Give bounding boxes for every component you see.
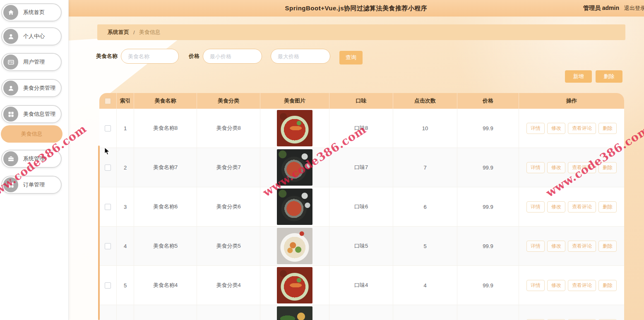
view-comments-button[interactable]: 查看评论 [568, 201, 596, 213]
cell-index: 2 [117, 148, 134, 187]
cell-clicks [393, 305, 457, 320]
select-all-checkbox[interactable] [105, 98, 111, 104]
row-checkbox[interactable] [105, 243, 111, 249]
cell-taste: 口味8 [329, 109, 393, 148]
food-image[interactable] [277, 110, 312, 146]
sidebar-item-food-info-mgmt[interactable]: 美食信息管理 [1, 105, 62, 123]
breadcrumb-separator: / [133, 29, 135, 36]
cell-taste: 口味5 [329, 227, 393, 265]
table-row: 4 美食名称5 美食分类5 口味5 5 99.9 详情 修改 查看评论 删除 [99, 227, 624, 266]
view-comments-button[interactable]: 查看评论 [568, 241, 596, 252]
query-button[interactable]: 查询 [339, 51, 363, 64]
detail-button[interactable]: 详情 [526, 280, 545, 291]
cell-category: 美食分类6 [197, 187, 260, 226]
food-image[interactable] [277, 189, 312, 225]
cell-clicks: 7 [393, 148, 457, 187]
add-button[interactable]: 新增 [565, 70, 592, 83]
content-scrollbar[interactable] [98, 146, 100, 320]
breadcrumb-current: 美食信息 [139, 29, 161, 36]
topbar-user-area: 管理员 admin 退出登录 [583, 0, 644, 17]
detail-button[interactable]: 详情 [526, 162, 545, 173]
bulk-delete-button[interactable]: 删除 [596, 70, 622, 83]
detail-button[interactable]: 详情 [526, 123, 545, 134]
col-header-actions: 操作 [519, 93, 624, 109]
delete-button[interactable]: 删除 [598, 280, 617, 291]
edit-button[interactable]: 修改 [547, 280, 565, 291]
cell-price: 99.9 [457, 266, 519, 305]
sidebar-item-label: 美食分类管理 [23, 84, 55, 92]
min-price-input[interactable] [203, 49, 262, 64]
cell-price: 99.9 [457, 148, 519, 187]
home-icon [3, 5, 18, 20]
price-label: 价格 [189, 53, 199, 60]
table-row: 5 美食名称4 美食分类4 口味4 4 99.9 详情 修改 查看评论 删除 [99, 266, 624, 305]
sidebar-item-food-info-active[interactable]: 美食信息 [1, 125, 62, 143]
food-table: 索引 美食名称 美食分类 美食图片 口味 点击次数 价格 操作 1 美食名称8 … [99, 93, 624, 320]
logout-link[interactable]: 退出登录 [624, 5, 644, 12]
table-row: 3 美食名称6 美食分类6 口味6 6 99.9 详情 修改 查看评论 删除 [99, 187, 624, 227]
cell-taste: 口味6 [329, 187, 393, 226]
cell-taste: 口味7 [329, 148, 393, 187]
sidebar-item-profile[interactable]: 个人中心 [1, 27, 62, 45]
view-comments-button[interactable]: 查看评论 [568, 123, 596, 134]
food-image[interactable] [277, 228, 312, 264]
edit-button[interactable]: 修改 [547, 162, 565, 173]
sidebar-item-label: 用户管理 [23, 58, 45, 66]
row-checkbox[interactable] [105, 165, 111, 171]
cell-name: 美食名称6 [134, 187, 197, 226]
table-row: 1 美食名称8 美食分类8 口味8 10 99.9 详情 修改 查看评论 删除 [99, 109, 624, 148]
delete-button[interactable]: 删除 [598, 162, 617, 173]
col-header-index: 索引 [117, 93, 134, 109]
detail-button[interactable]: 详情 [526, 241, 545, 252]
cell-clicks: 6 [393, 187, 457, 226]
sidebar: 系统首页 个人中心 用户管理 美食分类管理 美食信息管理 美食信息 系统管理 [0, 0, 69, 320]
cell-name: 美食名称7 [134, 148, 197, 187]
col-header-taste: 口味 [329, 93, 393, 109]
col-header-category: 美食分类 [197, 93, 260, 109]
cell-name: 美食名称4 [134, 266, 197, 305]
sidebar-item-orders[interactable]: 订单管理 [1, 176, 62, 194]
delete-button[interactable]: 删除 [598, 123, 617, 134]
cell-category: 美食分类7 [197, 148, 260, 187]
table-row: 2 美食名称7 美食分类7 口味7 7 99.9 详情 修改 查看评论 删除 [99, 148, 624, 187]
col-header-name: 美食名称 [134, 93, 197, 109]
cell-name [134, 305, 197, 320]
role-label: 管理员 [583, 5, 601, 11]
food-image[interactable] [277, 267, 312, 303]
food-image[interactable] [277, 149, 312, 186]
briefcase-icon [3, 151, 18, 166]
sidebar-item-label: 美食信息 [21, 130, 43, 138]
id-card-icon [3, 55, 18, 69]
username: admin [602, 5, 619, 11]
row-checkbox[interactable] [105, 282, 111, 289]
cell-clicks: 5 [393, 227, 457, 265]
cell-clicks: 4 [393, 266, 457, 305]
delete-button[interactable]: 删除 [598, 241, 617, 252]
edit-button[interactable]: 修改 [547, 201, 565, 213]
food-image[interactable] [277, 306, 312, 320]
cell-price: 99.9 [457, 227, 519, 265]
food-name-input[interactable] [121, 49, 179, 64]
col-header-price: 价格 [457, 93, 519, 109]
edit-button[interactable]: 修改 [547, 241, 565, 252]
breadcrumb-home[interactable]: 系统首页 [108, 29, 129, 36]
max-price-input[interactable] [271, 49, 330, 64]
cell-price: 99.9 [457, 109, 519, 148]
delete-button[interactable]: 删除 [598, 201, 617, 213]
cell-index: 3 [117, 187, 134, 226]
cell-index: 1 [117, 109, 134, 148]
sidebar-item-home[interactable]: 系统首页 [1, 3, 62, 21]
edit-button[interactable]: 修改 [547, 123, 565, 134]
sidebar-item-food-category[interactable]: 美食分类管理 [1, 79, 62, 97]
view-comments-button[interactable]: 查看评论 [568, 162, 596, 173]
row-checkbox[interactable] [105, 204, 111, 210]
sidebar-item-system-mgmt[interactable]: 系统管理 [1, 150, 62, 168]
cell-category [197, 305, 260, 320]
cell-index: 5 [117, 266, 134, 305]
cell-category: 美食分类8 [197, 109, 260, 148]
detail-button[interactable]: 详情 [526, 201, 545, 213]
grid-icon [3, 107, 18, 122]
sidebar-item-users[interactable]: 用户管理 [1, 53, 62, 71]
row-checkbox[interactable] [105, 125, 111, 131]
view-comments-button[interactable]: 查看评论 [568, 280, 596, 291]
